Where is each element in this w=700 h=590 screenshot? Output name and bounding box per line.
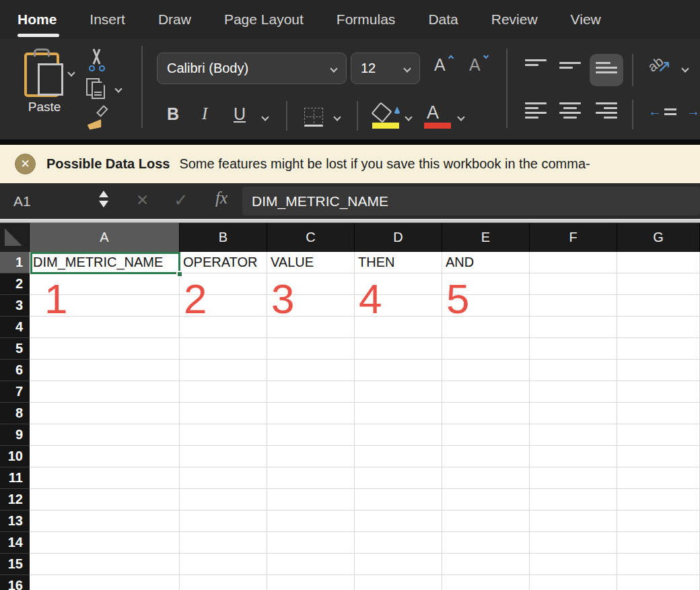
cell-C6[interactable] xyxy=(267,360,355,381)
cell-G1[interactable] xyxy=(617,252,700,273)
row-header-16[interactable]: 16 xyxy=(0,575,30,590)
fill-color-chevron-icon[interactable] xyxy=(405,113,412,121)
cell-A12[interactable] xyxy=(30,489,180,511)
copy-icon[interactable] xyxy=(86,78,109,100)
row-header-4[interactable]: 4 xyxy=(0,317,30,338)
fill-color-bar[interactable] xyxy=(372,123,399,129)
align-top-button[interactable] xyxy=(525,59,547,66)
row-header-8[interactable]: 8 xyxy=(0,403,30,424)
cell-D8[interactable] xyxy=(355,403,442,424)
cell-G7[interactable] xyxy=(617,381,700,403)
cell-G14[interactable] xyxy=(617,532,700,554)
align-left-button[interactable] xyxy=(525,102,547,119)
column-header-D[interactable]: D xyxy=(355,223,442,252)
cell-E12[interactable] xyxy=(442,489,530,511)
cell-A6[interactable] xyxy=(30,360,180,381)
cancel-entry-icon[interactable]: ✕ xyxy=(136,191,149,209)
cell-F14[interactable] xyxy=(530,532,617,554)
cell-D15[interactable] xyxy=(355,554,442,575)
cell-G10[interactable] xyxy=(617,446,700,467)
cell-C8[interactable] xyxy=(267,403,355,424)
italic-button[interactable]: I xyxy=(202,104,207,123)
cell-G2[interactable] xyxy=(617,273,700,295)
cell-E10[interactable] xyxy=(442,446,530,467)
cell-B14[interactable] xyxy=(180,532,267,554)
cell-E7[interactable] xyxy=(442,381,530,403)
grow-font-button[interactable]: A xyxy=(434,55,446,75)
font-size-dropdown[interactable]: 12 xyxy=(351,53,420,84)
row-header-10[interactable]: 10 xyxy=(0,446,30,467)
align-right-button[interactable] xyxy=(596,102,617,119)
cell-B10[interactable] xyxy=(180,446,267,467)
tab-insert[interactable]: Insert xyxy=(90,0,125,39)
copy-dropdown-chevron-icon[interactable] xyxy=(114,85,122,92)
cell-E5[interactable] xyxy=(442,338,530,360)
cell-E1[interactable]: AND xyxy=(442,252,530,273)
fill-handle[interactable] xyxy=(176,271,183,277)
cell-B13[interactable] xyxy=(180,511,267,532)
fill-color-icon[interactable] xyxy=(372,102,392,123)
cell-A7[interactable] xyxy=(30,381,180,403)
underline-chevron-icon[interactable] xyxy=(261,113,269,121)
spinner-down-icon[interactable] xyxy=(99,201,108,207)
cell-D9[interactable] xyxy=(355,424,442,446)
cell-C15[interactable] xyxy=(267,554,355,575)
row-header-3[interactable]: 3 xyxy=(0,295,30,317)
cell-F3[interactable] xyxy=(530,295,617,317)
cell-C16[interactable] xyxy=(267,575,355,590)
column-header-B[interactable]: B xyxy=(180,223,267,252)
format-painter-icon[interactable] xyxy=(84,106,111,131)
cell-B7[interactable] xyxy=(180,381,267,403)
cell-E11[interactable] xyxy=(442,467,530,489)
cell-G13[interactable] xyxy=(617,511,700,532)
cell-F16[interactable] xyxy=(530,575,617,590)
cell-G11[interactable] xyxy=(617,467,700,489)
cell-C13[interactable] xyxy=(267,511,355,532)
cell-B15[interactable] xyxy=(180,554,267,575)
row-header-7[interactable]: 7 xyxy=(0,381,30,403)
tab-formulas[interactable]: Formulas xyxy=(337,0,396,39)
cell-B16[interactable] xyxy=(180,575,267,590)
font-color-bar[interactable] xyxy=(424,123,451,129)
row-header-9[interactable]: 9 xyxy=(0,424,30,446)
cut-icon[interactable] xyxy=(88,48,106,71)
cell-G12[interactable] xyxy=(617,489,700,511)
tab-data[interactable]: Data xyxy=(428,0,458,39)
cell-E14[interactable] xyxy=(442,532,530,554)
cell-F1[interactable] xyxy=(530,252,617,273)
cell-B11[interactable] xyxy=(180,467,267,489)
column-header-A[interactable]: A xyxy=(30,223,180,252)
cell-A5[interactable] xyxy=(30,338,180,360)
font-color-button[interactable]: A xyxy=(427,102,439,123)
cell-E13[interactable] xyxy=(442,511,530,532)
cell-D5[interactable] xyxy=(355,338,442,360)
cell-B8[interactable] xyxy=(180,403,267,424)
cell-G3[interactable] xyxy=(617,295,700,317)
column-header-F[interactable]: F xyxy=(530,223,617,252)
cell-C7[interactable] xyxy=(267,381,355,403)
cell-D6[interactable] xyxy=(355,360,442,381)
cell-C12[interactable] xyxy=(267,489,355,511)
decrease-indent-button[interactable]: ← xyxy=(648,104,676,119)
cell-A8[interactable] xyxy=(30,403,180,424)
cell-E15[interactable] xyxy=(442,554,530,575)
cell-G16[interactable] xyxy=(617,575,700,590)
spinner-up-icon[interactable] xyxy=(99,191,108,197)
cell-A14[interactable] xyxy=(30,532,180,554)
cell-E9[interactable] xyxy=(442,424,530,446)
borders-button[interactable] xyxy=(304,108,323,127)
cell-A13[interactable] xyxy=(30,511,180,532)
bold-button[interactable]: B xyxy=(167,104,179,124)
confirm-entry-icon[interactable]: ✓ xyxy=(174,190,188,211)
cell-A10[interactable] xyxy=(30,446,180,467)
cell-C14[interactable] xyxy=(267,532,355,554)
font-name-dropdown[interactable]: Calibri (Body) xyxy=(157,53,347,84)
row-header-6[interactable]: 6 xyxy=(0,360,30,381)
cell-E8[interactable] xyxy=(442,403,530,424)
row-header-12[interactable]: 12 xyxy=(0,489,30,511)
cell-A9[interactable] xyxy=(30,424,180,446)
cell-E6[interactable] xyxy=(442,360,530,381)
cell-F8[interactable] xyxy=(530,403,617,424)
tab-home[interactable]: Home xyxy=(18,0,57,39)
align-bottom-button-selected[interactable] xyxy=(590,54,623,86)
